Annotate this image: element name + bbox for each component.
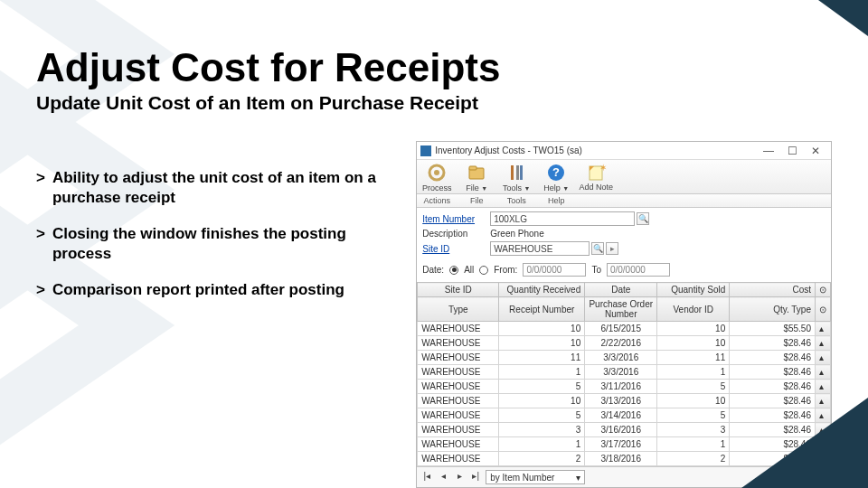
cell-cost: $55.50 [730,322,816,336]
row-expand[interactable]: ▴ [816,365,831,380]
row-expand[interactable]: ▴ [816,322,831,336]
lookup-icon[interactable]: 🔍 [591,242,604,255]
col-po-number[interactable]: Purchase Order Number [585,297,657,322]
cell-site: WAREHOUSE [418,437,499,452]
minimize-button[interactable]: — [757,145,780,157]
radio-all[interactable]: All [449,265,474,275]
description-label: Description [422,229,490,239]
table-row[interactable]: WAREHOUSE53/11/20165$28.46▴ [418,380,831,394]
process-icon [426,163,448,183]
col-expand[interactable]: ⊙ [816,283,831,297]
chevron-down-icon: ▼ [562,185,569,192]
site-id-input[interactable]: WAREHOUSE [490,241,590,256]
cell-date: 3/14/2016 [585,408,657,423]
cell-date: 3/11/2016 [585,380,657,394]
cell-qty-sold: 2 [657,452,730,466]
to-date-input[interactable]: 0/0/0000 [607,263,670,277]
chevron-down-icon: ▼ [524,185,531,192]
nav-first[interactable]: |◂ [420,471,433,483]
radio-icon [449,266,458,275]
table-row[interactable]: WAREHOUSE102/22/201610$28.46▴ [418,336,831,351]
note-icon: ✶ [585,163,607,183]
col-type[interactable]: Type [418,297,499,322]
toolbar-add-note[interactable]: ✶ Add Note [576,160,616,193]
cell-qty-sold: 11 [657,351,730,365]
svg-text:✶: ✶ [599,163,607,173]
cell-qty-sold: 5 [657,408,730,423]
row-expand[interactable]: ▴ [816,380,831,394]
cell-date: 2/22/2016 [585,336,657,351]
bullet-list: >Ability to adjust the unit cost of an i… [36,141,400,316]
maximize-button[interactable]: ☐ [780,145,804,157]
col-receipt-number[interactable]: Receipt Number [499,297,585,322]
cell-qty-received: 10 [499,322,585,336]
toolbar-file[interactable]: File ▼ [457,160,496,193]
bullet-text: Closing the window finishes the posting … [52,224,400,264]
cell-qty-sold: 10 [657,394,730,408]
lookup-icon[interactable]: 🔍 [637,212,649,225]
cell-date: 3/3/2016 [585,351,657,365]
item-number-input[interactable]: 100XLG [490,211,635,226]
nav-next[interactable]: ▸ [453,471,466,483]
bullet-marker: > [36,168,45,208]
col-cost[interactable]: Cost [730,283,816,297]
nav-prev[interactable]: ◂ [437,471,449,483]
toolbar-help[interactable]: ? Help ▼ [536,160,576,193]
toolbar: Process File ▼ Tools ▼ ? Help ▼ ✶ Add No… [417,160,831,194]
bullet-text: Ability to adjust the unit cost of an it… [52,168,400,208]
cell-cost: $28.46 [730,365,816,380]
toolbar-process[interactable]: Process [417,160,457,193]
cell-qty-sold: 3 [657,423,730,437]
help-icon: ? [545,163,567,183]
sort-select[interactable]: by Item Number▾ [486,470,585,484]
col-expand[interactable]: ⊙ [816,297,831,322]
table-row[interactable]: WAREHOUSE106/15/201510$55.50▴ [418,322,831,336]
bullet-marker: > [36,224,45,264]
toolbar-subrow: Actions File Tools Help [417,194,831,208]
cell-qty-received: 1 [499,365,585,380]
cell-qty-received: 5 [499,380,585,394]
cell-qty-received: 1 [499,437,585,452]
cell-qty-received: 10 [499,336,585,351]
col-vendor[interactable]: Vendor ID [657,297,730,322]
col-qty-sold[interactable]: Quantity Sold [657,283,730,297]
col-site[interactable]: Site ID [418,283,499,297]
cell-qty-received: 10 [499,394,585,408]
tools-icon [505,163,527,183]
cell-site: WAREHOUSE [418,408,499,423]
row-expand[interactable]: ▴ [816,336,831,351]
site-id-label[interactable]: Site ID [422,244,490,254]
svg-rect-6 [520,165,523,180]
expand-icon[interactable]: ▸ [606,242,618,255]
cell-qty-received: 5 [499,408,585,423]
cell-date: 3/3/2016 [585,365,657,380]
cell-qty-sold: 1 [657,365,730,380]
row-expand[interactable]: ▴ [816,351,831,365]
cell-date: 6/15/2015 [585,322,657,336]
from-date-input[interactable]: 0/0/0000 [523,263,586,277]
cell-site: WAREHOUSE [418,322,499,336]
cell-site: WAREHOUSE [418,380,499,394]
cell-site: WAREHOUSE [418,365,499,380]
nav-last[interactable]: ▸| [469,471,482,483]
item-number-label[interactable]: Item Number [422,214,490,224]
close-button[interactable]: ✕ [804,145,827,157]
table-row[interactable]: WAREHOUSE13/3/20161$28.46▴ [418,365,831,380]
cell-site: WAREHOUSE [418,336,499,351]
col-qty-received[interactable]: Quantity Received [499,283,585,297]
radio-from[interactable]: From: [479,265,517,275]
cell-cost: $28.46 [730,380,816,394]
slide-title: Adjust Cost for Receipts [36,45,832,90]
radio-icon [479,266,488,275]
svg-rect-5 [516,165,519,180]
file-icon [466,163,487,183]
col-qty-type[interactable]: Qty. Type [730,297,816,322]
table-row[interactable]: WAREHOUSE113/3/201611$28.46▴ [418,351,831,365]
toolbar-tools[interactable]: Tools ▼ [496,160,536,193]
corner-top-right [818,0,868,36]
slide-subtitle: Update Unit Cost of an Item on Purchase … [36,92,832,114]
cell-qty-received: 3 [499,423,585,437]
cell-qty-sold: 5 [657,380,730,394]
col-date[interactable]: Date [585,283,657,297]
app-icon [420,145,431,156]
